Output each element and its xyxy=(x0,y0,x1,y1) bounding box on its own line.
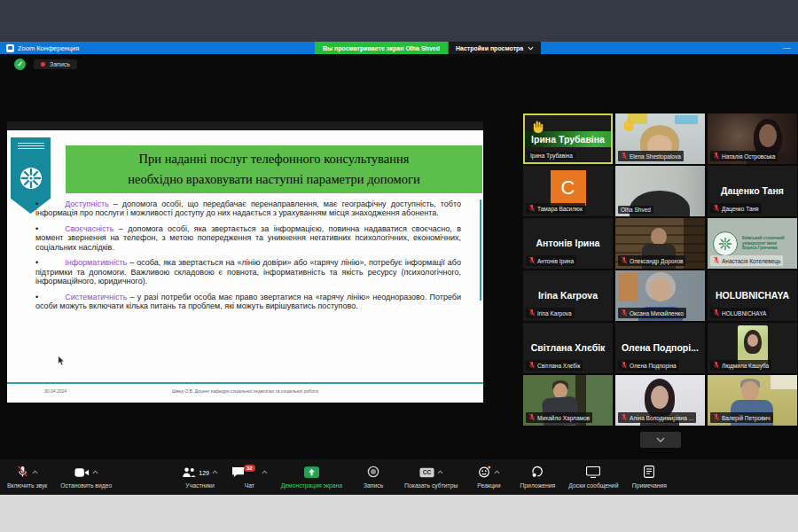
chevron-up-icon[interactable] xyxy=(437,462,443,478)
participant-tile-olena-podporina[interactable]: Олена Подпорі...Олена Подпоріна xyxy=(615,323,705,373)
mic-muted-icon xyxy=(621,413,628,422)
participant-name-label: Олена Подпоріна xyxy=(618,360,679,371)
slide-footer-line xyxy=(7,382,483,384)
raised-hand-icon xyxy=(532,120,544,137)
view-settings-button[interactable]: Настройки просмотра xyxy=(449,42,541,54)
toolbar-apps[interactable]: Приложения xyxy=(520,466,555,489)
participant-name-label: Аліна Володимирівна ... xyxy=(618,412,696,423)
participant-tile-antoniv-iryna[interactable]: Антонів ІринаАнтонів Ірина xyxy=(523,218,613,269)
participant-name-label: Валерій Петрович xyxy=(710,412,773,423)
meeting-main-area: ✓ Запись При наданні послуг телефонного … xyxy=(0,54,798,459)
chevron-up-icon[interactable] xyxy=(262,462,268,478)
mic-muted-icon xyxy=(528,256,536,265)
reactions-icon xyxy=(478,466,491,481)
participant-tile-natalia-ostrovska[interactable]: Наталія Островська xyxy=(708,113,797,164)
participant-tile-valerii-petrovych[interactable]: Валерій Петрович xyxy=(708,375,797,426)
toolbar-notes[interactable]: Примечания xyxy=(631,466,667,489)
participant-name-text: Olha Shved xyxy=(621,207,651,213)
bullet-term: Систематичність xyxy=(65,293,127,301)
whiteboards-icon xyxy=(586,466,600,481)
zoom-titlebar: Zoom Конференция Вы просматриваете экран… xyxy=(0,42,798,54)
toolbar-label: Чат xyxy=(245,482,254,489)
participants-grid: Ірина ТрубавінаІрина ТрубавінаElena Shes… xyxy=(523,113,797,426)
viewing-screen-banner: Вы просматриваете экран Olha Shved xyxy=(315,42,448,54)
shared-slide: При наданні послуг телефонного консульту… xyxy=(7,130,483,403)
toolbar-label: Приложения xyxy=(520,482,555,489)
participant-name-label: Наталія Островська xyxy=(710,151,778,161)
toolbar-unmute[interactable]: Включить звук xyxy=(7,466,47,489)
encryption-shield-icon[interactable]: ✓ xyxy=(14,59,26,70)
toolbar-stop-video[interactable]: Остановить видео xyxy=(60,466,112,489)
participant-display-name: Даценко Таня xyxy=(708,185,797,196)
toolbar-label: Демонстрация экрана xyxy=(281,482,342,489)
stop-video-icon xyxy=(74,466,90,481)
participant-name-label: Олександр Дорохов xyxy=(618,255,685,266)
mic-muted-icon xyxy=(528,309,536,317)
slide-bullet: •Систематичність – у разі потреби особа … xyxy=(35,293,461,311)
participants-icon xyxy=(182,466,196,481)
participant-name-text: Світлана Хлєбік xyxy=(537,363,580,369)
participant-name-label: Анастасія Котелевець xyxy=(710,255,783,266)
participant-tile-elena-shestopalova[interactable]: Elena Shestopalova xyxy=(615,113,705,164)
participant-tile-alina-volodymyrivna[interactable]: Аліна Володимирівна ... xyxy=(615,375,705,426)
toolbar-label: Включить звук xyxy=(7,482,47,489)
toolbar-label: Показать субтитры xyxy=(404,482,458,489)
participant-name-text: Валерій Петрович xyxy=(722,415,771,421)
participant-name-label: Людмила Кашуба xyxy=(710,360,771,371)
toolbar-whiteboards[interactable]: Доски сообщений xyxy=(568,466,618,489)
toolbar-label: Реакции xyxy=(477,482,500,489)
toolbar-participants[interactable]: 129Участники xyxy=(182,466,218,489)
participants-count: 129 xyxy=(199,470,209,476)
participant-name-label: Михайло Харламов xyxy=(526,412,592,423)
raised-hand-icon xyxy=(622,118,635,135)
notes-icon xyxy=(644,466,654,481)
participant-tile-mykhailo-kharlamov[interactable]: Михайло Харламов xyxy=(523,375,613,426)
participant-name-text: Даценко Таня xyxy=(722,206,759,212)
chat-icon xyxy=(231,466,245,481)
minimize-button[interactable]: — xyxy=(783,42,791,54)
participant-display-name: Irina Karpova xyxy=(523,290,613,301)
participant-name-text: HOLUBNICHAYA xyxy=(722,310,766,317)
participant-tile-irina-karpova[interactable]: Irina KarpovaIrina Karpova xyxy=(523,270,613,321)
toolbar-chat[interactable]: 32Чат xyxy=(231,466,268,489)
toolbar-reactions[interactable]: Реакции xyxy=(471,466,506,489)
svg-text:CC: CC xyxy=(422,469,431,475)
participant-tile-svitlana-khliebik[interactable]: Світлана ХлєбікСвітлана Хлєбік xyxy=(523,323,613,373)
recording-label: Запись xyxy=(50,61,70,67)
captions-icon: CC xyxy=(419,466,434,481)
participant-tile-liudmyla-kashuba[interactable]: Людмила Кашуба xyxy=(708,323,797,373)
toolbar-record[interactable]: Запись xyxy=(356,466,391,489)
bullet-term: Інформативність xyxy=(65,258,127,267)
chevron-up-icon[interactable] xyxy=(32,462,38,478)
mic-muted-icon xyxy=(528,361,536,370)
participant-tile-oleksandr-dorokhov[interactable]: Олександр Дорохов xyxy=(615,218,705,269)
participant-name-label: Irina Karpova xyxy=(526,308,575,318)
university-emblem-icon xyxy=(713,231,738,256)
mic-muted-icon xyxy=(621,256,628,265)
participant-name-label: Olha Shved xyxy=(618,206,653,214)
participant-tile-datsenko-tania[interactable]: Даценко ТаняДаценко Таня xyxy=(708,166,797,216)
toolbar-label: Примечания xyxy=(632,482,667,489)
toolbar-share-screen[interactable]: Демонстрация экрана xyxy=(281,466,342,489)
participant-tile-anastasia-kotelevets[interactable]: Київський столичний університет імені Бо… xyxy=(708,218,797,269)
desktop-background-top xyxy=(0,0,798,42)
mic-muted-icon xyxy=(713,256,720,265)
participants-more-button[interactable] xyxy=(640,432,681,448)
bullet-dot: • xyxy=(35,258,38,267)
bullet-dot: • xyxy=(35,200,38,208)
participant-name-text: Irina Karpova xyxy=(537,310,572,317)
recording-indicator[interactable]: Запись xyxy=(34,59,77,69)
participant-tile-iryna-trubavina[interactable]: Ірина ТрубавінаІрина Трубавіна xyxy=(523,113,613,164)
chevron-up-icon[interactable] xyxy=(92,462,98,478)
chevron-up-icon[interactable] xyxy=(494,462,500,478)
toolbar-captions[interactable]: CCПоказать субтитры xyxy=(404,466,458,489)
participant-tile-holubnichaya[interactable]: HOLUBNICHAYAHOLUBNICHAYA xyxy=(708,270,797,321)
participant-tile-tamara-vasyliuk[interactable]: CТамара Василюк xyxy=(523,166,613,216)
mic-muted-icon xyxy=(713,413,720,422)
participant-name-label: Антонів Ірина xyxy=(526,255,576,266)
participant-tile-oksana-mykhailenko[interactable]: Оксана Михайленко xyxy=(615,270,705,321)
participant-tile-olha-shved[interactable]: Olha Shved xyxy=(615,166,705,216)
chevron-up-icon[interactable] xyxy=(212,462,218,478)
mic-muted-icon xyxy=(621,152,628,160)
slide-credit: Швед О.В. Доцент кафедри соціальної педа… xyxy=(7,388,483,394)
